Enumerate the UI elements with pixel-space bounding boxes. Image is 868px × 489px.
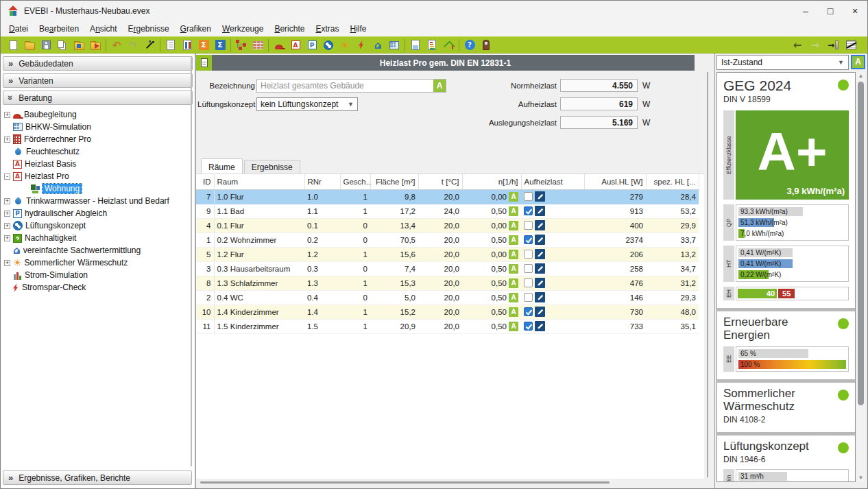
baubegleitung-cap-button[interactable] (271, 38, 287, 53)
tree-item-heizlast-pro[interactable]: -AHeizlast Pro (1, 170, 195, 182)
aufheizlast-checkbox[interactable] (524, 264, 533, 273)
fan-button[interactable] (320, 38, 337, 53)
lueftungskonzept-select[interactable]: kein Lüftungskonzept ▼ (256, 97, 358, 111)
table-row-1-1-bad[interactable]: 91.1 Bad1.1117,224,00,50A91353,2 (196, 204, 699, 218)
door-button[interactable] (478, 38, 494, 53)
save-button[interactable] (38, 38, 54, 53)
minimize-button[interactable]: – (793, 1, 818, 21)
variant-auto-badge[interactable]: A (851, 55, 865, 69)
lightning-button[interactable] (353, 38, 370, 53)
table-row-0-3-hausarbeitsraum[interactable]: 30.3 Hausarbeitsraum0.307,420,00,50A2583… (196, 261, 699, 276)
tree-item-hydraulischer-abgleich[interactable]: +Phydraulischer Abgleich (1, 207, 195, 219)
menu-ergebnisse[interactable]: Ergebnisse (123, 22, 175, 36)
column-header-t-c[interactable]: t [°C] (418, 174, 462, 189)
menu-werkzeuge[interactable]: Werkzeuge (217, 22, 269, 36)
copy-button[interactable] (54, 38, 71, 53)
main-horizontal-scrollbar[interactable] (200, 481, 610, 484)
edit-pencil-button[interactable] (535, 220, 545, 230)
house-euro-button[interactable]: ⌂ (370, 38, 386, 53)
tree-item-feuchteschutz[interactable]: Feuchteschutz (1, 145, 195, 158)
column-header-fläche-m[interactable]: Fläche [m²] (370, 174, 418, 189)
table-row-0-1-flur[interactable]: 40.1 Flur0.1013,420,00,00A40029,9 (196, 218, 699, 232)
table-row-1-3-schlafzimmer[interactable]: 81.3 Schlafzimmer1.3115,320,00,50A47631,… (196, 276, 699, 290)
edit-pencil-button[interactable] (535, 191, 545, 202)
column-header-raum[interactable]: Raum (214, 174, 304, 189)
scroll-down-icon[interactable]: ▼ (856, 474, 865, 482)
collapse-icon[interactable]: - (4, 174, 10, 180)
aufheizlast-checkbox[interactable] (524, 307, 533, 316)
aufheizlast-checkbox[interactable] (524, 322, 533, 331)
expand-icon[interactable]: + (4, 260, 10, 266)
bezeichnung-input[interactable] (256, 79, 446, 93)
main-vertical-scrollbar[interactable] (707, 72, 708, 477)
bhkw-button[interactable] (386, 38, 402, 53)
table-row-1-4-kinderzimmer[interactable]: 101.4 Kinderzimmer1.4115,220,00,50A73048… (196, 305, 699, 319)
redo-button[interactable]: ↷ (125, 38, 141, 53)
tree-item-vereinfachte-sachwertermittlung[interactable]: ⌂vereinfachte Sachwertermittlung (1, 244, 195, 257)
table-row-1-2-flur[interactable]: 51.2 Flur1.2115,620,00,00A20613,2 (196, 247, 699, 261)
table-row-0-4-wc[interactable]: 20.4 WC0.405,020,00,50A14629,3 (196, 290, 699, 305)
expand-icon[interactable]: + (4, 136, 10, 143)
expand-icon[interactable]: + (4, 112, 10, 118)
menu-extras[interactable]: Extras (310, 22, 344, 36)
back-arrow-button[interactable]: ← (789, 38, 806, 53)
open-folder-button[interactable] (21, 38, 38, 53)
construction-wall-button[interactable] (250, 38, 266, 53)
expand-icon[interactable]: + (4, 235, 10, 241)
tree-item-bhkw-simulation[interactable]: BHKW-Simulation (1, 121, 195, 133)
variant-select[interactable]: Ist-Zustand ▼ (716, 55, 849, 70)
column-header-n-1-h[interactable]: n[1/h] (462, 174, 521, 189)
aufheizlast-checkbox[interactable] (524, 221, 533, 230)
sidebar-section-ergebnisse-grafiken-berichte[interactable]: » Ergebnisse, Grafiken, Berichte (3, 470, 192, 485)
variants-tree-button[interactable] (233, 38, 250, 53)
tree-item-baubegleitung[interactable]: +Baubegleitung (1, 108, 195, 121)
edit-pencil-button[interactable] (535, 263, 545, 274)
edit-pencil-button[interactable] (535, 321, 545, 331)
menu-datei[interactable]: Datei (3, 22, 34, 36)
sidebar-section-varianten[interactable]: » Varianten (3, 73, 193, 88)
column-header-id[interactable]: ID (196, 174, 214, 189)
results-panel-scrollbar[interactable]: ▲ ▼ (856, 72, 865, 482)
document-button[interactable] (162, 38, 179, 53)
sidebar-scrollbar[interactable] (191, 57, 192, 466)
heizlast-a-button[interactable]: A (287, 38, 304, 53)
tree-item-förderrechner-pro[interactable]: +Förderrechner Pro (1, 133, 195, 145)
tab-ergebnisse[interactable]: Ergebnisse (244, 160, 300, 174)
column-header-ausl-hl-w[interactable]: Ausl.HL [W] (584, 174, 646, 189)
tree-item-lüftungskonzept[interactable]: +Lüftungskonzept (1, 219, 195, 232)
tree-item-stromspar-check[interactable]: Stromspar-Check (1, 281, 195, 294)
edit-pencil-button[interactable] (535, 278, 545, 288)
report-table-button[interactable] (407, 38, 424, 53)
tree-item-heizlast-basis[interactable]: AHeizlast Basis (1, 158, 195, 170)
menu-bearbeiten[interactable]: Bearbeiten (34, 22, 84, 36)
tree-item-trinkwarmwasser-heizlast-und-bedarf[interactable]: +Trinkwarmwasser - Heizlast und Bedarf (1, 195, 195, 207)
edit-pencil-button[interactable] (535, 235, 545, 245)
new-file-button[interactable] (5, 38, 21, 53)
scrollbar-thumb[interactable] (858, 82, 864, 405)
tree-item-sommerlicher-wärmeschutz[interactable]: +☀Sommerlicher Wärmeschutz (1, 257, 195, 269)
forward-arrow-button[interactable]: → (807, 38, 823, 53)
module-report-button[interactable] (196, 55, 212, 71)
master-data-button[interactable] (179, 38, 195, 53)
sum-orange-button[interactable]: Σ (195, 38, 212, 53)
export-folder-button[interactable] (87, 38, 104, 53)
table-row-1-0-flur[interactable]: 71.0 Flur1.019,820,00,00A27928,4 (196, 189, 699, 204)
energy-label-button[interactable] (424, 38, 440, 53)
expand-icon[interactable]: + (4, 211, 10, 217)
roof-chart-button[interactable] (440, 38, 457, 53)
goto-panel-button[interactable]: → (825, 38, 841, 53)
close-button[interactable]: × (843, 1, 867, 21)
menu-grafiken[interactable]: Grafiken (175, 22, 217, 36)
table-row-0-2-wohnzimmer[interactable]: 10.2 Wohnzimmer0.2070,520,00,50A237433,7 (196, 232, 699, 247)
column-header-gesch[interactable]: Gesch... (340, 174, 370, 189)
expand-icon[interactable]: + (4, 198, 10, 204)
column-header-spez-hl[interactable]: spez. HL [... (646, 174, 699, 189)
sun-button[interactable]: ☀ (337, 38, 353, 53)
sum-blue-button[interactable]: Σ (212, 38, 228, 53)
edit-pencil-button[interactable] (535, 292, 545, 302)
table-row-1-5-kinderzimmer[interactable]: 111.5 Kinderzimmer1.5120,920,00,50A73335… (196, 319, 699, 333)
undo-button[interactable]: ↶ (108, 38, 125, 53)
aufheizlast-checkbox[interactable] (524, 235, 533, 244)
import-folder-button[interactable] (71, 38, 87, 53)
hydraulik-p-button[interactable]: P (304, 38, 320, 53)
